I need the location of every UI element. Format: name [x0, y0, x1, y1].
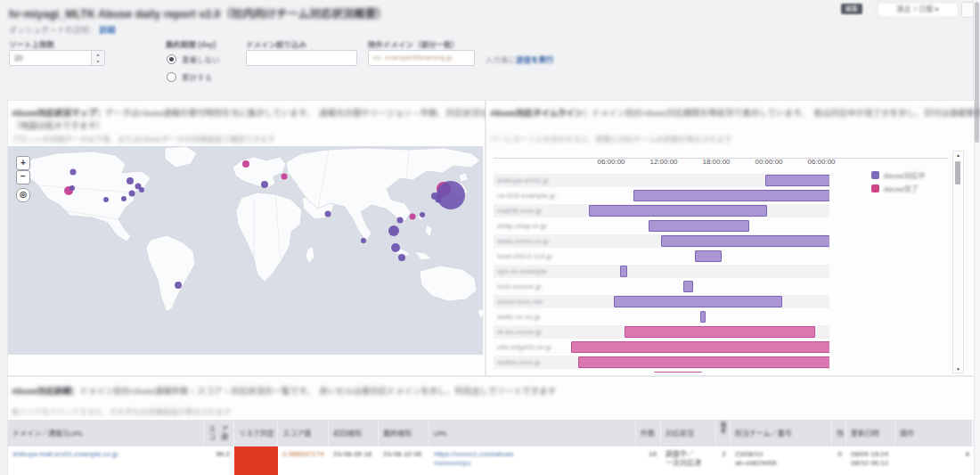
- table-cell: 23-08-09 18: [329, 446, 379, 475]
- gantt-scrollbar[interactable]: ▲ ▼: [952, 151, 964, 373]
- stepper-up-icon[interactable]: ▲: [92, 51, 104, 58]
- map-panel-title-line2: （地図は拡大できます）: [12, 119, 105, 131]
- table-cell[interactable]: shibuya-mail-srv01.example.co.jp: [8, 446, 204, 475]
- map-bubble[interactable]: [398, 254, 405, 261]
- legend-label-2: Abuse完了: [884, 184, 919, 193]
- gantt-bar[interactable]: [571, 341, 829, 353]
- scroll-up-icon[interactable]: ▲: [953, 152, 963, 158]
- map-bubble[interactable]: [129, 191, 135, 197]
- world-map-svg: [8, 146, 483, 355]
- table-cell[interactable]: https://xxxxx1.com/abuse/xxxxxxx/po: [429, 446, 636, 475]
- legend-item-2[interactable]: Abuse完了: [871, 184, 919, 193]
- period-option-1[interactable]: 重複しない: [167, 53, 220, 64]
- column-header[interactable]: 残: [832, 420, 846, 446]
- radio-unselected-icon[interactable]: [167, 72, 176, 82]
- gantt-row: cloud-xxxx.net: [494, 295, 829, 308]
- submit-link[interactable]: 送信を実行: [516, 53, 554, 64]
- legend-swatch-pink: [871, 184, 879, 192]
- table-header-row: ドメイン／通報元URLスコア順リスク判定スコア値初回検知最終検知URL件数対応状…: [8, 420, 972, 446]
- column-header[interactable]: URL: [429, 420, 636, 446]
- map-bubble[interactable]: [325, 211, 331, 217]
- map-locate-button[interactable]: ◎: [16, 188, 30, 202]
- time-range-picker[interactable]: 過去 7 日間 ▾: [877, 2, 959, 18]
- domain-filter-input[interactable]: [246, 50, 357, 66]
- exclude-filter-placeholder: ex. example99learning.jp: [373, 53, 453, 61]
- map-bubble[interactable]: [103, 197, 109, 202]
- stepper-down-icon[interactable]: ▼: [92, 58, 104, 65]
- map-bubble[interactable]: [69, 185, 75, 191]
- map-bubble[interactable]: [397, 217, 404, 224]
- table-panel-desc: 各リンクをクリックすると、それぞれの詳細画面が表示されます: [12, 405, 231, 416]
- sort-limit-stepper[interactable]: ▲▼: [91, 51, 104, 65]
- map-bubble[interactable]: [282, 174, 288, 180]
- column-header[interactable]: 対応状況: [661, 420, 716, 446]
- gantt-row: smtp-relay.xx.jp: [494, 219, 829, 233]
- gantt-bar[interactable]: [620, 266, 627, 277]
- legend-item-1[interactable]: Abuse対応中: [871, 170, 926, 180]
- table-panel: Abuse対応詳細：ドメイン別のAbuse通報件数・スコア・対応状況の一覧です。…: [7, 376, 975, 475]
- table-row: shibuya-mail-srv01.example.co.jp99.20.99…: [8, 446, 972, 475]
- column-header[interactable]: ドメイン／通報元URL: [8, 420, 204, 446]
- map-zoom-in-button[interactable]: +: [16, 156, 30, 170]
- column-header[interactable]: スコア順: [204, 420, 234, 446]
- map-bubble[interactable]: [361, 238, 366, 243]
- sort-limit-input[interactable]: 20 ▲▼: [9, 50, 105, 66]
- table-cell: 0: [832, 446, 846, 475]
- column-header[interactable]: スコア値: [278, 420, 329, 446]
- table-cell: 23/08/10ab-x0829456: [731, 446, 832, 475]
- column-header[interactable]: 更新日時: [846, 420, 895, 446]
- map-panel-title: Abuse対応状況マップ：データはAbuse通報の受付時刻を元に集計しています。…: [12, 106, 539, 119]
- gantt-bar[interactable]: [695, 250, 722, 262]
- scroll-down-icon[interactable]: ▼: [953, 366, 963, 372]
- gantt-bar[interactable]: [765, 175, 829, 186]
- edit-button[interactable]: 編集: [841, 4, 862, 14]
- page-subtitle: ダッシュボードの説明： 詳細: [9, 24, 116, 36]
- map-bubble[interactable]: [121, 196, 127, 201]
- map-bubble[interactable]: [70, 169, 77, 176]
- world-map[interactable]: + − ◎: [8, 146, 483, 355]
- map-bubble[interactable]: [242, 160, 249, 168]
- exclude-filter-input[interactable]: ex. example99learning.jp: [368, 50, 475, 66]
- gantt-bar[interactable]: [625, 326, 815, 338]
- map-bubble[interactable]: [420, 212, 425, 217]
- gantt-bar[interactable]: [589, 205, 767, 217]
- gantt-bar[interactable]: [654, 372, 702, 373]
- table-panel-title: Abuse対応詳細：ドメイン別のAbuse通報件数・スコア・対応状況の一覧です。…: [12, 384, 556, 397]
- gantt-row-label: mailsv.xxxx.jp: [497, 356, 567, 369]
- map-bubble[interactable]: [388, 225, 399, 236]
- gantt-bar[interactable]: [649, 220, 749, 232]
- map-bubble[interactable]: [261, 181, 268, 188]
- subtitle-link[interactable]: 詳細: [100, 26, 116, 35]
- subtitle-text: ダッシュボードの説明：: [9, 26, 97, 35]
- column-header[interactable]: リスク判定: [234, 420, 278, 446]
- period-option-1-label: 重複しない: [182, 53, 220, 64]
- gantt-bar[interactable]: [700, 311, 706, 323]
- timeline-panel: Abuse対応タイムライン：ドメイン別のAbuse対応期間を時系列で表示していま…: [486, 100, 975, 376]
- sort-limit-value: 20: [14, 53, 22, 62]
- gantt-bar[interactable]: [661, 235, 829, 247]
- more-options-button[interactable]: [961, 2, 974, 18]
- map-bubble[interactable]: [139, 187, 144, 192]
- radio-selected-icon[interactable]: [167, 54, 176, 64]
- gantt-row: mailsv.xxxx.jp: [494, 356, 829, 369]
- page-scrollbar-thumb[interactable]: [975, 2, 979, 143]
- column-header[interactable]: 初回検知: [329, 420, 379, 446]
- map-bubble[interactable]: [391, 243, 400, 252]
- column-header[interactable]: 件数: [636, 420, 661, 446]
- map-bubble[interactable]: [127, 177, 134, 184]
- gantt-row-label: host-203-0-113.jp: [497, 250, 567, 263]
- gantt-bar[interactable]: [633, 190, 829, 201]
- gantt-bar[interactable]: [578, 356, 829, 368]
- column-header[interactable]: 担当チーム／番号: [731, 420, 832, 446]
- map-bubble[interactable]: [437, 181, 465, 209]
- map-bubble[interactable]: [175, 282, 182, 289]
- map-zoom-out-button[interactable]: −: [16, 170, 30, 184]
- map-bubble[interactable]: [410, 214, 416, 220]
- period-option-2[interactable]: 累計する: [167, 71, 212, 82]
- column-header[interactable]: 最終検知: [379, 420, 429, 446]
- gantt-bar[interactable]: [683, 281, 693, 292]
- gantt-scrollbar-thumb[interactable]: [955, 161, 960, 184]
- column-header[interactable]: 操作: [895, 420, 974, 446]
- column-header[interactable]: 備考: [716, 420, 731, 446]
- gantt-bar[interactable]: [614, 296, 782, 307]
